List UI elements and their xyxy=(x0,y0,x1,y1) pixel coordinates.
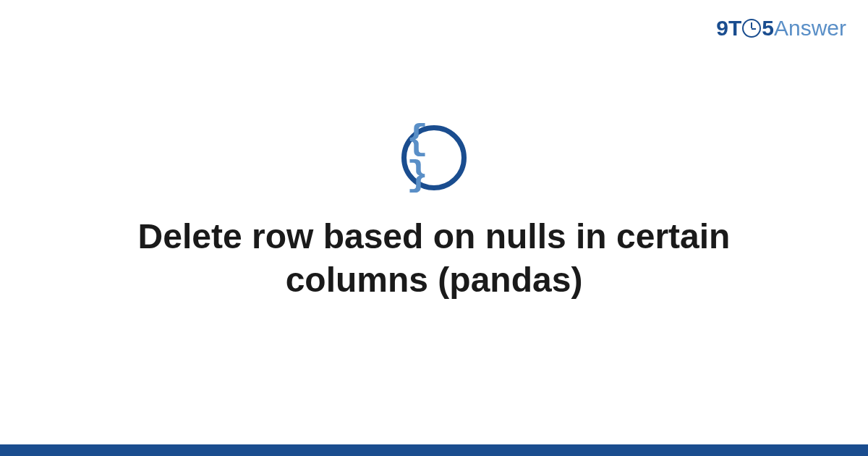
page-title: Delete row based on nulls in certain col… xyxy=(109,215,760,302)
footer-accent-bar xyxy=(0,444,868,456)
braces-glyph: { } xyxy=(407,122,461,194)
braces-icon: { } xyxy=(401,125,467,190)
main-content: { } Delete row based on nulls in certain… xyxy=(0,0,868,456)
